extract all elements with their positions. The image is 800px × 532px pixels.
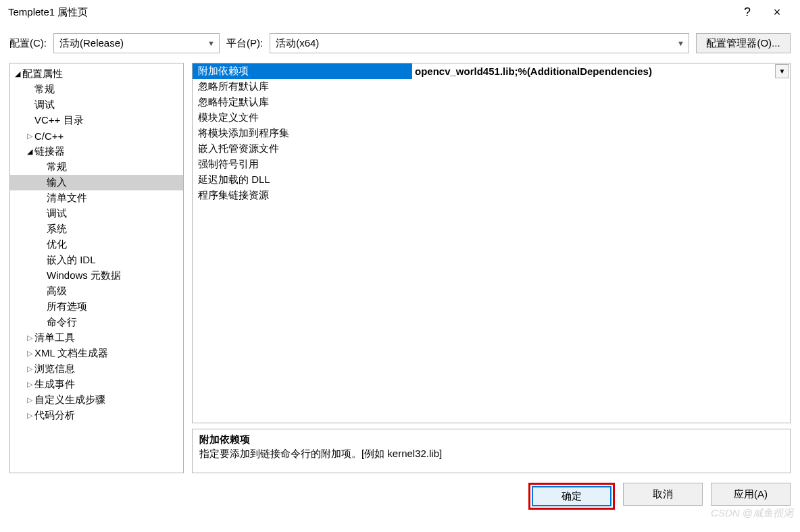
- config-combo[interactable]: 活动(Release) ▼: [53, 33, 220, 53]
- platform-value: 活动(x64): [276, 37, 319, 50]
- grid-row[interactable]: 模块定义文件: [193, 110, 790, 126]
- tree-item-label: 浏览信息: [34, 363, 75, 375]
- window-title: Templete1 属性页: [8, 6, 88, 19]
- tree-item-label: 输入: [47, 176, 67, 189]
- tree-item[interactable]: 所有选项: [10, 299, 183, 315]
- description-text: 指定要添加到链接命令行的附加项。[例如 kernel32.lib]: [199, 448, 783, 460]
- config-value: 活动(Release): [59, 37, 124, 50]
- tree-item-label: 调试: [47, 207, 67, 220]
- tree-arrow-closed-icon: ▷: [25, 349, 34, 358]
- tree-item-label: 命令行: [47, 316, 77, 329]
- tree-item-label: 常规: [34, 83, 55, 96]
- tree-item-label: 生成事件: [34, 378, 75, 391]
- tree-item[interactable]: 常规: [10, 82, 183, 97]
- ok-highlight: 确定: [528, 483, 615, 510]
- grid-row[interactable]: 将模块添加到程序集: [193, 126, 790, 141]
- footer: 确定 取消 应用(A): [0, 483, 800, 519]
- property-grid[interactable]: ▼ 附加依赖项opencv_world451.lib;%(AdditionalD…: [192, 63, 791, 423]
- tree-item[interactable]: ▷C/C++: [10, 128, 183, 144]
- help-button[interactable]: ?: [732, 5, 762, 20]
- cancel-button[interactable]: 取消: [623, 483, 703, 506]
- grid-row[interactable]: 忽略所有默认库: [193, 79, 790, 95]
- grid-row[interactable]: 嵌入托管资源文件: [193, 141, 790, 157]
- tree-arrow-closed-icon: ▷: [25, 132, 34, 140]
- description-title: 附加依赖项: [199, 433, 783, 446]
- tree-item-label: 常规: [47, 161, 67, 174]
- grid-row[interactable]: 附加依赖项opencv_world451.lib;%(AdditionalDep…: [193, 63, 790, 79]
- tree-arrow-closed-icon: ▷: [25, 396, 34, 404]
- chevron-down-icon: ▼: [779, 68, 786, 75]
- grid-row[interactable]: 延迟加载的 DLL: [193, 172, 790, 188]
- dropdown-button[interactable]: ▼: [775, 64, 789, 78]
- grid-key: 忽略所有默认库: [193, 80, 412, 93]
- tree-item[interactable]: VC++ 目录: [10, 113, 183, 128]
- tree-item[interactable]: 清单文件: [10, 190, 183, 206]
- grid-key: 将模块添加到程序集: [193, 127, 412, 140]
- chevron-down-icon: ▼: [207, 39, 215, 47]
- description-panel: 附加依赖项 指定要添加到链接命令行的附加项。[例如 kernel32.lib]: [192, 429, 791, 473]
- close-button[interactable]: ×: [762, 5, 792, 20]
- tree-item-label: 嵌入的 IDL: [47, 254, 96, 267]
- grid-key: 强制符号引用: [193, 158, 412, 171]
- tree-item-label: 优化: [47, 238, 67, 251]
- grid-key: 嵌入托管资源文件: [193, 142, 412, 155]
- grid-key: 程序集链接资源: [193, 189, 412, 202]
- tree-item[interactable]: ▷自定义生成步骤: [10, 392, 183, 408]
- tree-item[interactable]: 调试: [10, 97, 183, 113]
- tree-item[interactable]: 调试: [10, 206, 183, 221]
- grid-key: 附加依赖项: [193, 65, 412, 78]
- tree-item-label: XML 文档生成器: [34, 347, 108, 360]
- tree-item[interactable]: ▷浏览信息: [10, 361, 183, 377]
- tree-item-label: 代码分析: [34, 409, 75, 422]
- tree-item[interactable]: ◢链接器: [10, 144, 183, 159]
- tree-item-label: 自定义生成步骤: [34, 394, 105, 406]
- tree-item[interactable]: 嵌入的 IDL: [10, 252, 183, 268]
- grid-value[interactable]: opencv_world451.lib;%(AdditionalDependen…: [412, 63, 790, 79]
- tree-item-label: 高级: [47, 285, 67, 298]
- tree-pane[interactable]: ◢配置属性常规调试VC++ 目录▷C/C++◢链接器常规输入清单文件调试系统优化…: [9, 63, 184, 473]
- grid-key: 模块定义文件: [193, 111, 412, 124]
- tree-item[interactable]: 输入: [10, 175, 183, 190]
- tree-arrow-closed-icon: ▷: [25, 411, 34, 420]
- grid-row[interactable]: 强制符号引用: [193, 157, 790, 172]
- tree-item-label: C/C++: [34, 130, 64, 142]
- ok-button[interactable]: 确定: [532, 486, 611, 506]
- tree-item[interactable]: ▷XML 文档生成器: [10, 346, 183, 361]
- tree-item[interactable]: 系统: [10, 221, 183, 237]
- tree-item-label: 清单工具: [34, 331, 75, 344]
- toolbar: 配置(C): 活动(Release) ▼ 平台(P): 活动(x64) ▼ 配置…: [0, 25, 800, 63]
- tree-item-label: 清单文件: [47, 192, 87, 205]
- config-label: 配置(C):: [9, 37, 47, 50]
- grid-key: 忽略特定默认库: [193, 96, 412, 109]
- grid-row[interactable]: 程序集链接资源: [193, 188, 790, 203]
- chevron-down-icon: ▼: [677, 39, 684, 47]
- tree-item-label: VC++ 目录: [34, 114, 84, 127]
- config-manager-button[interactable]: 配置管理器(O)...: [696, 33, 791, 53]
- tree-arrow-closed-icon: ▷: [25, 380, 34, 389]
- tree-item[interactable]: ◢配置属性: [10, 66, 183, 82]
- tree-item[interactable]: ▷清单工具: [10, 330, 183, 346]
- tree-item-label: 调试: [34, 99, 55, 111]
- tree-arrow-open-icon: ◢: [13, 70, 22, 78]
- tree-item-label: 系统: [47, 223, 67, 236]
- titlebar: Templete1 属性页 ? ×: [0, 0, 800, 25]
- tree-arrow-closed-icon: ▷: [25, 334, 34, 342]
- tree-item-label: Windows 元数据: [47, 269, 121, 282]
- tree-arrow-open-icon: ◢: [25, 147, 34, 156]
- tree-item[interactable]: ▷代码分析: [10, 408, 183, 423]
- platform-combo[interactable]: 活动(x64) ▼: [270, 33, 689, 53]
- tree-item[interactable]: 常规: [10, 159, 183, 175]
- platform-label: 平台(P):: [226, 37, 263, 50]
- grid-key: 延迟加载的 DLL: [193, 174, 412, 186]
- grid-row[interactable]: 忽略特定默认库: [193, 95, 790, 110]
- tree-item[interactable]: 高级: [10, 284, 183, 299]
- tree-arrow-closed-icon: ▷: [25, 365, 34, 373]
- tree-item[interactable]: Windows 元数据: [10, 268, 183, 284]
- tree-item[interactable]: ▷生成事件: [10, 377, 183, 392]
- tree-item-label: 所有选项: [47, 300, 87, 313]
- tree-item-label: 链接器: [34, 145, 65, 158]
- tree-item-label: 配置属性: [22, 68, 63, 80]
- apply-button[interactable]: 应用(A): [711, 483, 791, 506]
- tree-item[interactable]: 优化: [10, 237, 183, 252]
- tree-item[interactable]: 命令行: [10, 315, 183, 330]
